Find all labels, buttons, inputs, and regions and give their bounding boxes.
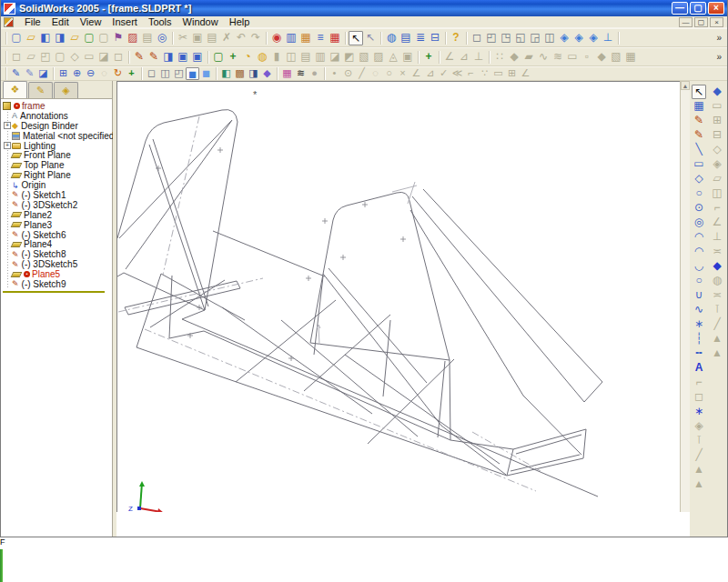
open-icon[interactable]: ▱ bbox=[24, 31, 38, 45]
wrap-icon[interactable]: ▨ bbox=[371, 50, 386, 65]
grid-settings-icon[interactable]: ▦ bbox=[692, 99, 706, 114]
cut-icon[interactable]: ✂ bbox=[176, 31, 190, 45]
revolve-cut-icon[interactable]: ▭ bbox=[82, 50, 96, 65]
split-window-icon[interactable]: ⊟ bbox=[428, 31, 442, 45]
save-icon[interactable]: ◧ bbox=[38, 31, 53, 45]
redo-icon[interactable]: ↷ bbox=[248, 31, 263, 45]
baseline-dimension-icon[interactable]: ⊟ bbox=[710, 128, 724, 143]
tree-item-origin[interactable]: ↳Origin bbox=[1, 180, 112, 190]
display-relations-icon[interactable]: ⊥ bbox=[710, 230, 724, 245]
web-toolbox-icon[interactable]: ◍ bbox=[384, 31, 399, 45]
dome-icon[interactable]: ▥ bbox=[313, 50, 328, 65]
sketch-arc-gray-icon[interactable]: ◌ bbox=[369, 67, 382, 80]
linear-pattern-icon[interactable]: ∷ bbox=[492, 50, 507, 65]
hole-wizard-icon[interactable]: ▤ bbox=[298, 50, 313, 65]
view-back-icon[interactable]: ◰ bbox=[484, 31, 499, 45]
zoom-to-selection-icon[interactable]: ◌ bbox=[97, 67, 111, 80]
menu-edit[interactable]: Edit bbox=[46, 16, 75, 27]
derive-sketch-icon[interactable]: ▣ bbox=[190, 50, 205, 65]
tree-item-sketch9[interactable]: ✎(-) Sketch9 bbox=[1, 279, 112, 289]
feature-statistics-icon[interactable]: ▤ bbox=[399, 31, 413, 45]
print-icon[interactable]: ▤ bbox=[140, 31, 155, 45]
zebra-stripes-icon[interactable]: ● bbox=[308, 67, 321, 80]
constraint-status-icon[interactable]: ◍ bbox=[710, 274, 724, 288]
zoom-in-out-icon[interactable]: ⊖ bbox=[84, 67, 97, 80]
help-icon[interactable]: ? bbox=[449, 31, 463, 45]
centerline-tool-icon[interactable]: ┆ bbox=[692, 332, 706, 346]
extrude-boss-icon[interactable]: ◻ bbox=[9, 50, 24, 65]
filter-vertices-icon[interactable]: ◪ bbox=[36, 67, 50, 80]
viewport-scrollbar[interactable]: ▲ bbox=[680, 81, 690, 512]
tree-item-3dsketch5[interactable]: ✎(-) 3DSketch5 bbox=[1, 259, 112, 269]
edraw-icon[interactable]: ⚑ bbox=[111, 31, 126, 45]
copy-sketch-icon[interactable]: ▣ bbox=[176, 50, 190, 65]
select-cursor-icon[interactable]: ↖ bbox=[349, 31, 363, 45]
sketch-fillet-tool-icon[interactable]: ⌐ bbox=[692, 376, 706, 390]
menu-window[interactable]: Window bbox=[177, 16, 224, 27]
three-point-arc-tool-icon[interactable]: ◡ bbox=[692, 259, 706, 274]
align-grid-icon[interactable]: ⊺ bbox=[710, 303, 724, 317]
3d-sketch-icon[interactable]: ✎ bbox=[147, 50, 161, 65]
document-gray-icon[interactable]: ▢ bbox=[96, 31, 111, 45]
perimeter-circle-tool-icon[interactable]: ◎ bbox=[692, 216, 706, 230]
texture-icon[interactable]: ▦ bbox=[328, 31, 342, 45]
point-tool-icon[interactable]: ∗ bbox=[692, 317, 706, 332]
rectangle-gray-icon[interactable]: ▭ bbox=[491, 67, 505, 80]
render-icon[interactable]: ▨ bbox=[126, 31, 140, 45]
tree-item-right-plane[interactable]: Right Plane bbox=[1, 170, 112, 180]
tree-item-front-plane[interactable]: Front Plane bbox=[1, 150, 112, 160]
fillet-feature-icon[interactable]: ▢ bbox=[211, 50, 226, 65]
offset-entities-tool-icon[interactable]: ◈ bbox=[692, 419, 706, 434]
make-assembly-icon[interactable]: ▢ bbox=[82, 31, 96, 45]
parallelogram-tool-icon[interactable]: ◇ bbox=[692, 172, 706, 186]
menu-file[interactable]: File bbox=[19, 16, 46, 27]
tree-item-plane3[interactable]: Plane3 bbox=[1, 220, 112, 230]
texture-view-icon[interactable]: ▩ bbox=[233, 67, 247, 80]
shape-icon[interactable]: ◪ bbox=[328, 50, 342, 65]
add-relation-icon[interactable]: ∠ bbox=[710, 216, 724, 230]
modify-icon[interactable]: ╱ bbox=[710, 317, 724, 332]
options-list-icon[interactable]: ≣ bbox=[413, 31, 428, 45]
view-front-icon[interactable]: ◻ bbox=[470, 31, 484, 45]
offset-gray-icon[interactable]: ⌐ bbox=[464, 67, 478, 80]
sketch-tool-icon[interactable]: ✎ bbox=[692, 114, 706, 128]
sketch-circle-gray-icon[interactable]: ⊙ bbox=[341, 67, 355, 80]
dimension-tool-icon[interactable]: ◆ bbox=[710, 85, 724, 99]
curve-through-points-icon[interactable]: ∿ bbox=[536, 50, 551, 65]
taskbar-start-button-sliver[interactable] bbox=[0, 549, 3, 582]
menu-insert[interactable]: Insert bbox=[106, 16, 143, 27]
expand-box[interactable]: + bbox=[4, 142, 11, 149]
coordinate-system-icon[interactable]: ⊥ bbox=[471, 50, 486, 65]
horizontal-dimension-icon[interactable]: ▭ bbox=[710, 99, 724, 114]
extrude-cut-icon[interactable]: ◇ bbox=[67, 50, 82, 65]
convert-entities-tool-icon[interactable]: ∗ bbox=[692, 405, 706, 419]
zoom-to-area-icon[interactable]: ⊕ bbox=[70, 67, 84, 80]
angle-gray-icon[interactable]: ∠ bbox=[410, 67, 423, 80]
alert-icon[interactable]: ▲ bbox=[710, 332, 724, 346]
mdi-close-button[interactable]: × bbox=[710, 17, 723, 27]
filter-edges-icon[interactable]: ✎ bbox=[9, 67, 23, 80]
parabola-tool-icon[interactable]: ∪ bbox=[692, 288, 706, 303]
3d-sketch-tool-icon[interactable]: ✎ bbox=[692, 128, 706, 143]
scan-equal-icon[interactable]: ◆ bbox=[710, 259, 724, 274]
tree-item-sketch8[interactable]: ✎(-) Sketch8 bbox=[1, 249, 112, 259]
rollback-bar[interactable] bbox=[3, 291, 105, 293]
measure-gray-icon[interactable]: ∠ bbox=[519, 67, 532, 80]
save-all-icon[interactable]: ◨ bbox=[53, 31, 67, 45]
view-right-icon[interactable]: ◱ bbox=[513, 31, 528, 45]
reference-axis-icon[interactable]: ⊿ bbox=[457, 50, 471, 65]
chamfer-feature-icon[interactable]: ◔ bbox=[240, 50, 255, 65]
trim-gray-icon[interactable]: × bbox=[396, 67, 410, 80]
reference-plane-icon[interactable]: ∠ bbox=[442, 50, 457, 65]
composite-curve-icon[interactable]: ≋ bbox=[551, 50, 565, 65]
undo-icon[interactable]: ↶ bbox=[234, 31, 248, 45]
paste-icon[interactable]: ▤ bbox=[205, 31, 219, 45]
tab-propertymanager[interactable]: ✎ bbox=[28, 82, 53, 98]
sweep-icon[interactable]: ◰ bbox=[38, 50, 53, 65]
tree-item-top-plane[interactable]: Top Plane bbox=[1, 160, 112, 170]
expand-box[interactable]: + bbox=[4, 122, 11, 129]
make-drawing-icon[interactable]: ▱ bbox=[67, 31, 82, 45]
tree-item-frame[interactable]: •frame bbox=[1, 101, 112, 111]
sketch-point-gray-icon[interactable]: • bbox=[328, 67, 341, 80]
construction-geometry-tool-icon[interactable]: ╍ bbox=[692, 346, 706, 361]
